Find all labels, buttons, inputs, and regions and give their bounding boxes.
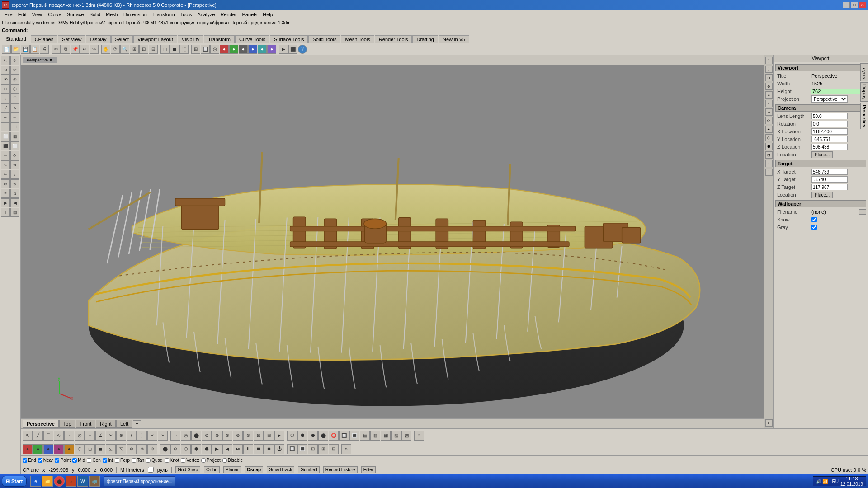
arc-icon[interactable]: ⌒ <box>10 94 19 103</box>
text-icon[interactable]: T <box>1 208 10 217</box>
paste-icon[interactable]: 📌 <box>71 45 80 54</box>
bt-r9-icon[interactable]: ▥ <box>370 431 380 441</box>
snap-end-checkbox[interactable] <box>23 458 27 463</box>
bt-c1-icon[interactable]: ○ <box>170 431 180 441</box>
explode-icon[interactable]: ⊗ <box>10 179 19 188</box>
spline-icon[interactable]: ∾ <box>10 113 19 122</box>
extend-icon[interactable]: ↕ <box>10 170 19 179</box>
taskbar-docs-icon[interactable]: W <box>77 476 88 487</box>
bt-c5-icon[interactable]: ⊚ <box>212 431 222 441</box>
menu-file[interactable]: File <box>2 11 15 18</box>
freeform-icon[interactable]: ✏ <box>1 113 10 122</box>
smarttrack-button[interactable]: SmartTrack <box>267 466 294 473</box>
prop-xloc-input[interactable] <box>811 128 848 135</box>
tab-solid-tools[interactable]: Solid Tools <box>308 35 340 43</box>
open-icon[interactable]: 📂 <box>11 45 20 54</box>
dims-icon[interactable]: ⊣ <box>10 122 19 131</box>
snap-disable-checkbox[interactable] <box>222 458 227 463</box>
rss-icon-6[interactable]: ⌖ <box>765 100 773 107</box>
taskbar-media-icon[interactable]: ♪ <box>66 476 76 487</box>
bt2-26-icon[interactable]: 🔲 <box>287 444 297 454</box>
snap-cen-checkbox[interactable] <box>87 458 91 463</box>
bt2-1-icon[interactable]: ● <box>23 444 33 454</box>
ortho-button[interactable]: Ortho <box>204 466 220 473</box>
grid-snap-button[interactable]: Grid Snap <box>175 466 200 473</box>
bt2-7-icon[interactable]: ◻ <box>85 444 95 454</box>
bt2-3-icon[interactable]: ● <box>43 444 53 454</box>
menu-surface[interactable]: Surface <box>64 11 87 18</box>
menu-curve[interactable]: Curve <box>45 11 64 18</box>
tab-properties-active[interactable]: Properties <box>860 103 868 129</box>
bt-c10-icon[interactable]: ⊟ <box>264 431 274 441</box>
menu-solid[interactable]: Solid <box>87 11 103 18</box>
cut-icon[interactable]: ✂ <box>52 45 61 54</box>
rss-icon-5[interactable]: ≡ <box>765 91 773 99</box>
rss-icon-7[interactable]: ◈ <box>765 108 773 116</box>
solid-icon[interactable]: ⬛ <box>1 141 10 150</box>
help-icon[interactable]: ? <box>298 45 307 54</box>
move-icon[interactable]: ↔ <box>1 151 10 160</box>
osnap-icon[interactable]: ◎ <box>210 45 219 54</box>
bt-r1-icon[interactable]: ⬡ <box>287 431 297 441</box>
poly-icon[interactable]: ⬡ <box>10 84 19 94</box>
bt-c9-icon[interactable]: ⊞ <box>254 431 264 441</box>
bt2-10-icon[interactable]: ◹ <box>116 444 126 454</box>
bt-r3-icon[interactable]: ⬣ <box>308 431 318 441</box>
bt-r5-icon[interactable]: ⭕ <box>329 431 339 441</box>
rss-collapse-icon[interactable]: » <box>765 419 773 427</box>
pan-icon[interactable]: ✋ <box>101 45 110 54</box>
render-icon[interactable]: ▶ <box>279 45 288 54</box>
viewport-tab-right[interactable]: Right <box>96 420 116 428</box>
bt2-5-icon[interactable]: ● <box>64 444 74 454</box>
close-button[interactable]: ✕ <box>859 2 866 8</box>
redo-icon[interactable]: ↪ <box>90 45 99 54</box>
bt2-8-icon[interactable]: ◼ <box>95 444 105 454</box>
bt2-23-icon[interactable]: ⏹ <box>254 444 264 454</box>
bt-r10-icon[interactable]: ▦ <box>381 431 391 441</box>
bt-r2-icon[interactable]: ⬢ <box>297 431 307 441</box>
record-history-button[interactable]: Record History <box>323 466 358 473</box>
bt-r11-icon[interactable]: ▧ <box>391 431 401 441</box>
solid2-icon[interactable]: ⬜ <box>10 141 19 150</box>
rss-icon-14[interactable]: ⟩ <box>765 169 773 176</box>
menu-render[interactable]: Render <box>218 11 240 18</box>
viewport-canvas[interactable]: x y <box>21 65 764 418</box>
viewport-tab-left[interactable]: Left <box>116 420 132 428</box>
tab-standard[interactable]: Standard <box>2 35 30 43</box>
select2-icon[interactable]: ⊹ <box>10 56 19 65</box>
menu-tools[interactable]: Tools <box>178 11 195 18</box>
menu-panels[interactable]: Panels <box>240 11 260 18</box>
bt-arr1-icon[interactable]: ⟨ <box>127 431 137 441</box>
tab-display[interactable]: Display <box>860 82 868 102</box>
layers-icon[interactable]: ≡ <box>1 189 10 198</box>
view2-icon[interactable]: ◎ <box>10 75 19 84</box>
snap-quad-checkbox[interactable] <box>146 458 151 463</box>
bt-more-icon[interactable]: » <box>414 431 424 441</box>
bt-c2-icon[interactable]: ◎ <box>181 431 191 441</box>
circle-icon[interactable]: ○ <box>1 94 10 103</box>
tab-viewport-properties[interactable]: Viewport <box>774 55 868 62</box>
bt2-4-icon[interactable]: ● <box>54 444 64 454</box>
taskbar-rhino-icon[interactable]: 🦏 <box>89 476 100 487</box>
bt-dist-icon[interactable]: ↔ <box>85 431 95 441</box>
tab-curve-tools[interactable]: Curve Tools <box>235 35 269 43</box>
prop-projection-dropdown[interactable]: Perspective Parallel <box>811 95 848 103</box>
bt-offset-icon[interactable]: ◎ <box>75 431 85 441</box>
bt2-19-icon[interactable]: ▶ <box>212 444 222 454</box>
view-icon[interactable]: 👁 <box>1 75 10 84</box>
bt2-6-icon[interactable]: ⬡ <box>75 444 85 454</box>
prop-lens-input[interactable] <box>811 113 848 119</box>
bt-arr3-icon[interactable]: « <box>147 431 157 441</box>
tab-display[interactable]: Display <box>86 35 110 43</box>
menu-edit[interactable]: Edit <box>15 11 29 18</box>
tab-visibility[interactable]: Visibility <box>178 35 204 43</box>
bt-c11-icon[interactable]: ▶ <box>274 431 284 441</box>
bt2-14-icon[interactable]: ⬤ <box>160 444 170 454</box>
zoom-extents-icon[interactable]: ⊡ <box>139 45 148 54</box>
select-all-icon[interactable]: ◻ <box>160 45 170 54</box>
snap-icon[interactable]: 🔲 <box>201 45 210 54</box>
bt-pt-icon[interactable]: · <box>64 431 74 441</box>
red-ball-icon[interactable]: ● <box>220 45 229 54</box>
viewport-tab-add[interactable]: + <box>133 420 141 427</box>
snap-project-checkbox[interactable] <box>201 458 206 463</box>
